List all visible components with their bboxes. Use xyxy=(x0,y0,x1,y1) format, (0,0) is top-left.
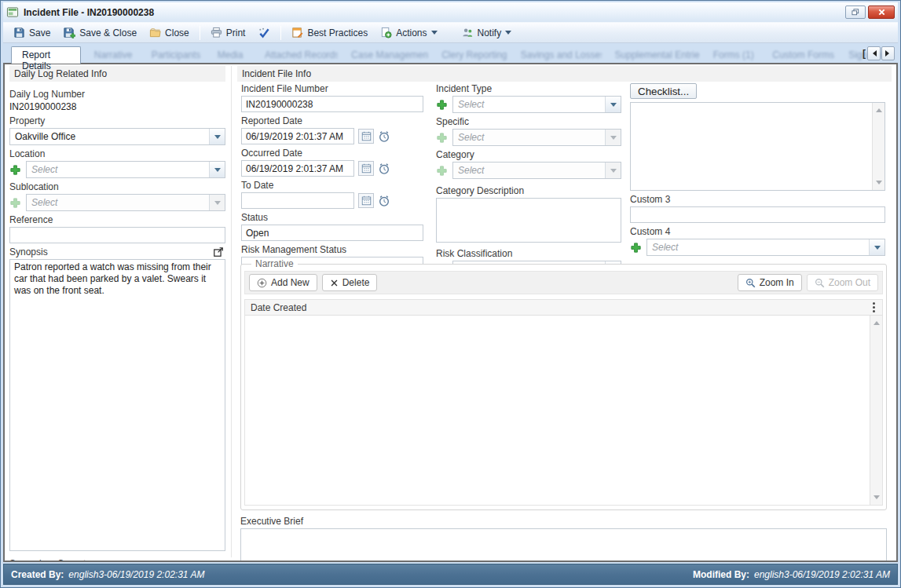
actions-label: Actions xyxy=(396,27,427,38)
best-practices-label: Best Practices xyxy=(307,27,368,38)
printer-icon xyxy=(211,27,222,38)
tab-attached-records: Attached Records xyxy=(251,47,338,63)
daily-log-number-label: Daily Log Number xyxy=(9,89,225,100)
property-select-value: Oakville Office xyxy=(10,129,209,144)
scroll-down-icon[interactable] xyxy=(874,495,880,502)
add-location-button[interactable] xyxy=(9,164,21,176)
spellcheck-button[interactable] xyxy=(252,24,276,41)
narrative-delete-label: Delete xyxy=(342,277,370,288)
property-select[interactable]: Oakville Office xyxy=(9,128,225,145)
chevron-down-icon[interactable] xyxy=(605,97,621,112)
incident-col-classification: Incident Type Select Specific Select xyxy=(436,83,621,278)
to-date-calendar-button[interactable] xyxy=(358,193,374,208)
to-date-label: To Date xyxy=(241,180,423,191)
reference-input[interactable] xyxy=(9,227,225,243)
scroll-up-icon[interactable] xyxy=(874,318,880,325)
narrative-grid-rows xyxy=(245,316,870,505)
save-label: Save xyxy=(29,27,50,38)
checklist-scrollbar[interactable] xyxy=(872,103,885,190)
notify-label: Notify xyxy=(478,27,502,38)
circle-plus-icon xyxy=(257,278,267,288)
chevron-down-icon xyxy=(431,31,438,38)
custom3-input[interactable] xyxy=(630,206,885,223)
checklist-listbox[interactable] xyxy=(630,102,885,191)
secondary-operator-label: Secondary Operator xyxy=(9,558,225,562)
reported-date-time-button[interactable] xyxy=(378,130,390,143)
location-select-placeholder: Select xyxy=(27,162,209,177)
print-button[interactable]: Print xyxy=(205,24,251,41)
narrative-zoom-in-button[interactable]: Zoom In xyxy=(738,274,802,291)
to-date-input[interactable] xyxy=(241,192,354,209)
narrative-delete-button[interactable]: Delete xyxy=(322,274,378,291)
close-window-button[interactable] xyxy=(868,5,895,19)
tab-scroll-right-button[interactable] xyxy=(881,46,895,60)
chevron-down-icon[interactable] xyxy=(209,162,225,177)
tab-media: Media xyxy=(204,47,251,63)
created-by-value: english3-06/19/2019 2:02:31 AM xyxy=(68,569,204,580)
close-file-button[interactable]: Close xyxy=(144,24,195,41)
to-date-time-button[interactable] xyxy=(378,195,390,207)
add-incident-type-button[interactable] xyxy=(436,99,448,111)
scroll-down-icon[interactable] xyxy=(876,181,882,188)
add-sublocation-button xyxy=(9,197,21,209)
save-close-label: Save & Close xyxy=(79,27,137,38)
notify-button[interactable]: Notify xyxy=(456,24,518,41)
actions-button[interactable]: Actions xyxy=(375,24,442,41)
status-input[interactable] xyxy=(241,225,423,241)
save-close-button[interactable]: Save & Close xyxy=(57,24,142,42)
occurred-date-time-button[interactable] xyxy=(378,163,390,175)
save-button[interactable]: Save xyxy=(8,24,56,41)
chevron-down-icon[interactable] xyxy=(209,129,225,144)
executive-brief-textarea[interactable] xyxy=(240,528,887,562)
column-menu-icon[interactable] xyxy=(873,302,875,312)
tab-scroll-left-button[interactable] xyxy=(867,46,881,60)
incident-type-label: Incident Type xyxy=(436,83,621,94)
location-label: Location xyxy=(9,148,225,159)
occurred-date-input[interactable] xyxy=(241,160,354,177)
best-practices-button[interactable]: Best Practices xyxy=(286,24,373,41)
incident-file-number-label: Incident File Number xyxy=(241,83,423,94)
tab-narrative: Narrative xyxy=(81,47,138,63)
tab-report-details[interactable]: Report Details xyxy=(11,46,81,64)
narrative-grid-header[interactable]: Date Created xyxy=(245,300,882,316)
date-created-column-header[interactable]: Date Created xyxy=(251,302,306,313)
incident-type-select[interactable]: Select xyxy=(452,96,621,113)
reported-date-input[interactable] xyxy=(241,128,354,144)
add-category-button xyxy=(436,165,448,177)
narrative-add-new-button[interactable]: Add New xyxy=(249,274,317,291)
scroll-up-icon[interactable] xyxy=(876,105,882,112)
chevron-left-icon xyxy=(870,50,877,57)
reported-date-label: Reported Date xyxy=(241,115,423,126)
checklist-button[interactable]: Checklist... xyxy=(630,83,697,99)
reported-date-calendar-button[interactable] xyxy=(358,129,374,144)
synopsis-textarea[interactable]: Patron reported a watch was missing from… xyxy=(9,259,225,551)
narrative-grid-scrollbar[interactable] xyxy=(870,316,882,505)
main-toolbar: Save Save & Close Close Print Best Pract… xyxy=(3,22,898,43)
tab-scroll-bracket: [ xyxy=(863,48,866,59)
chevron-down-icon xyxy=(505,31,511,38)
occurred-date-calendar-button[interactable] xyxy=(358,161,374,176)
category-description-textarea[interactable] xyxy=(436,198,621,243)
expand-synopsis-button[interactable] xyxy=(213,247,224,257)
incident-col-checklist: Checklist... Custom 3 Custom 4 Select xyxy=(630,83,885,256)
checklist-listbox-body xyxy=(631,103,872,190)
tab-savings-and-losses: Savings and Losses xyxy=(507,47,602,63)
synopsis-label: Synopsis xyxy=(9,247,48,257)
custom4-select[interactable]: Select xyxy=(646,239,885,256)
green-plus-icon xyxy=(9,197,21,209)
chevron-down-icon xyxy=(605,130,621,145)
incident-file-number-input[interactable] xyxy=(241,96,423,112)
status-label: Status xyxy=(241,212,423,223)
created-by-label: Created By: xyxy=(11,569,64,580)
folder-icon xyxy=(149,27,161,38)
restore-icon xyxy=(852,9,859,16)
narrative-zoom-out-label: Zoom Out xyxy=(829,277,870,288)
add-custom4-button[interactable] xyxy=(630,242,642,254)
floppy-disk-plus-icon xyxy=(63,27,75,39)
chevron-down-icon[interactable] xyxy=(869,239,885,255)
restore-button[interactable] xyxy=(845,5,866,19)
add-specific-button xyxy=(436,132,448,144)
location-select[interactable]: Select xyxy=(26,161,225,178)
page-green-circle-icon xyxy=(380,27,392,38)
spellcheck-icon xyxy=(258,27,270,38)
